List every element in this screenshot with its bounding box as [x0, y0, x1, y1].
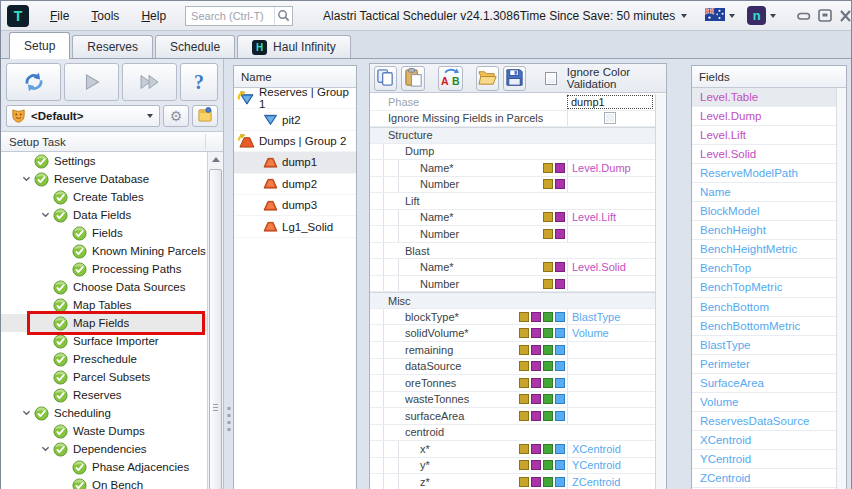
- setup-tree-item-on-bench[interactable]: On Bench: [1, 476, 223, 489]
- setup-tree-item-parcel-subsets[interactable]: Parcel Subsets: [1, 368, 223, 386]
- expander-chevron-icon[interactable]: [38, 211, 53, 219]
- field-item-level-dump[interactable]: Level.Dump: [692, 107, 836, 126]
- minimize-button[interactable]: [797, 7, 811, 25]
- field-item-ycentroid[interactable]: YCentroid: [692, 450, 836, 469]
- grid-row-surfacearea[interactable]: surfaceArea: [370, 408, 655, 425]
- grid-mapped-field[interactable]: Level.Solid: [572, 261, 626, 273]
- setup-tree-item-choose-data-sources[interactable]: Choose Data Sources: [1, 278, 223, 296]
- time-since-save-dropdown[interactable]: Time Since Save: 50 minutes: [520, 9, 688, 23]
- ignore-color-validation-checkbox[interactable]: [545, 72, 556, 85]
- grid-mapped-field[interactable]: ZCentroid: [572, 476, 620, 488]
- field-item-reservesdatasource[interactable]: ReservesDataSource: [692, 412, 836, 431]
- setup-tree-item-create-tables[interactable]: Create Tables: [1, 188, 223, 206]
- setup-tree-item-surface-importer[interactable]: Surface Importer: [1, 332, 223, 350]
- field-item-zcentroid[interactable]: ZCentroid: [692, 469, 836, 488]
- name-item-reserves-group-1[interactable]: Reserves | Group 1: [234, 88, 356, 109]
- grid-mapped-field[interactable]: BlastType: [572, 311, 620, 323]
- grid-checkbox[interactable]: [604, 112, 616, 124]
- field-item-benchheightmetric[interactable]: BenchHeightMetric: [692, 240, 836, 259]
- language-flag-dropdown[interactable]: [705, 8, 735, 23]
- grid-row-oretonnes[interactable]: oreTonnes: [370, 375, 655, 392]
- grid-row-z[interactable]: z*ZCentroid: [370, 474, 655, 489]
- tab-reserves[interactable]: Reserves: [72, 35, 153, 58]
- setup-tree-item-known-mining-parcels[interactable]: Known Mining Parcels: [1, 242, 223, 260]
- setup-tree-item-fields[interactable]: Fields: [1, 224, 223, 242]
- expander-chevron-icon[interactable]: [38, 445, 53, 453]
- setup-tree-item-processing-paths[interactable]: Processing Paths: [1, 260, 223, 278]
- name-column-header[interactable]: Name: [234, 66, 356, 88]
- grid-mapped-field[interactable]: Level.Dump: [572, 162, 631, 174]
- play-button[interactable]: [64, 63, 119, 101]
- open-button[interactable]: [476, 66, 499, 91]
- setup-tree-item-dependencies[interactable]: Dependencies: [1, 440, 223, 458]
- help-button[interactable]: ?: [180, 63, 218, 101]
- menu-tools[interactable]: Tools: [80, 4, 130, 28]
- grid-row-name[interactable]: Name*Level.Solid: [370, 259, 655, 276]
- grid-row-x[interactable]: x*XCentroid: [370, 441, 655, 458]
- field-item-perimeter[interactable]: Perimeter: [692, 355, 836, 374]
- grid-row-remaining[interactable]: remaining: [370, 342, 655, 359]
- field-item-xcentroid[interactable]: XCentroid: [692, 431, 836, 450]
- field-item-benchheight[interactable]: BenchHeight: [692, 221, 836, 240]
- splitter-left[interactable]: [224, 59, 233, 489]
- preset-settings-button[interactable]: ⚙: [163, 105, 189, 127]
- refresh-button[interactable]: [6, 63, 61, 101]
- scrollbar-up-arrow[interactable]: [208, 152, 223, 167]
- field-item-blockmodel[interactable]: BlockModel: [692, 202, 836, 221]
- rename-fields-button[interactable]: AB: [438, 66, 463, 91]
- setup-tree-item-reserves[interactable]: Reserves: [1, 386, 223, 404]
- save-button[interactable]: [503, 66, 526, 91]
- preset-notes-button[interactable]: [192, 105, 218, 127]
- grid-row-y[interactable]: y*YCentroid: [370, 458, 655, 475]
- grid-value-cell[interactable]: dump1: [567, 95, 653, 109]
- tab-haul-infinity[interactable]: HHaul Infinity: [237, 35, 351, 58]
- name-item-pit2[interactable]: pit2: [234, 109, 356, 130]
- name-item-lg1-solid[interactable]: Lg1_Solid: [234, 216, 356, 237]
- tree-scrollbar[interactable]: [207, 152, 223, 489]
- grid-row-ignore-missing-fields-in-parcels[interactable]: Ignore Missing Fields in Parcels: [370, 111, 655, 128]
- field-item-benchtopmetric[interactable]: BenchTopMetric: [692, 278, 836, 297]
- field-item-benchbottom[interactable]: BenchBottom: [692, 298, 836, 317]
- grid-row-lift[interactable]: Lift: [370, 193, 655, 210]
- setup-tree-item-phase-adjacencies[interactable]: Phase Adjacencies: [1, 458, 223, 476]
- menu-file[interactable]: File: [39, 4, 80, 28]
- setup-tree-item-scheduling[interactable]: Scheduling: [1, 404, 223, 422]
- app-logo-icon[interactable]: T: [7, 5, 29, 27]
- splitter-middle[interactable]: [357, 59, 369, 489]
- grid-row-structure[interactable]: Structure: [370, 127, 655, 144]
- setup-tree-item-map-fields[interactable]: Map Fields: [1, 314, 223, 332]
- menu-help[interactable]: Help: [130, 4, 177, 28]
- grid-row-number[interactable]: Number: [370, 226, 655, 243]
- grid-mapped-field[interactable]: YCentroid: [572, 459, 621, 471]
- tab-setup[interactable]: Setup: [9, 32, 70, 59]
- search-input[interactable]: Search (Ctrl-T): [185, 6, 293, 26]
- grid-row-number[interactable]: Number: [370, 276, 655, 293]
- field-item-blasttype[interactable]: BlastType: [692, 336, 836, 355]
- grid-row-blocktype[interactable]: blockType*BlastType: [370, 309, 655, 326]
- search-icon[interactable]: [274, 7, 292, 25]
- field-item-volume[interactable]: Volume: [692, 393, 836, 412]
- expander-chevron-icon[interactable]: [19, 175, 34, 183]
- grid-row-number[interactable]: Number: [370, 177, 655, 194]
- field-item-reservemodelpath[interactable]: ReserveModelPath: [692, 164, 836, 183]
- mapping-scrollbar[interactable]: [655, 94, 666, 489]
- name-item-dump3[interactable]: dump3: [234, 195, 356, 216]
- name-item-dumps-group-2[interactable]: Dumps | Group 2: [234, 131, 356, 152]
- setup-tree-item-reserve-database[interactable]: Reserve Database: [1, 170, 223, 188]
- copy-button[interactable]: [374, 66, 397, 91]
- grid-row-dump[interactable]: Dump: [370, 144, 655, 161]
- setup-tree-item-map-tables[interactable]: Map Tables: [1, 296, 223, 314]
- grid-row-phase[interactable]: Phasedump1: [370, 94, 655, 111]
- setup-tree-item-waste-dumps[interactable]: Waste Dumps: [1, 422, 223, 440]
- field-item-benchtop[interactable]: BenchTop: [692, 259, 836, 278]
- field-item-level-table[interactable]: Level.Table: [692, 88, 836, 107]
- grid-row-misc[interactable]: Misc: [370, 292, 655, 309]
- name-item-dump2[interactable]: dump2: [234, 174, 356, 195]
- fields-scrollbar[interactable]: [836, 88, 846, 489]
- name-item-dump1[interactable]: dump1: [234, 152, 356, 173]
- field-item-name[interactable]: Name: [692, 183, 836, 202]
- expander-chevron-icon[interactable]: [19, 409, 34, 417]
- grid-row-wastetonnes[interactable]: wasteTonnes: [370, 392, 655, 409]
- grid-row-blast[interactable]: Blast: [370, 243, 655, 260]
- grid-mapped-field[interactable]: XCentroid: [572, 443, 621, 455]
